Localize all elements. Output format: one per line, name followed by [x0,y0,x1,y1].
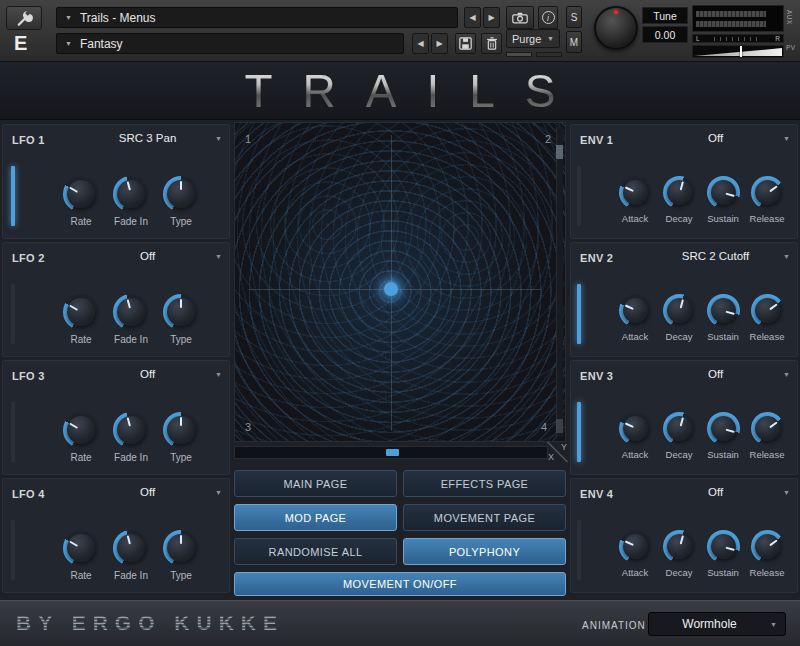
knob-cap [755,534,780,559]
knob-cap [167,298,195,326]
mod-level-indicator [11,520,15,580]
purge-dropdown[interactable]: Purge ▼ [506,29,560,48]
fade-in-knob[interactable]: Fade In [108,530,154,581]
fade-in-knob[interactable]: Fade In [108,412,154,463]
decay-dial [663,412,696,445]
release-knob[interactable]: Release [746,412,788,460]
type-knob[interactable]: Type [158,412,204,463]
pan-right-label: R [775,35,780,42]
knob-label: Sustain [707,449,739,460]
mod-target-dropdown[interactable]: Off▼ [80,250,222,262]
pv-label[interactable]: PV [786,44,796,51]
decay-dial [663,176,696,209]
wrench-icon[interactable] [6,6,42,30]
xy-cursor-dot[interactable] [384,282,398,296]
mod-level-indicator [577,284,581,344]
mod-target-value: Off [648,368,783,380]
next-instrument-button[interactable]: ▶ [483,7,500,28]
mod-target-value: Off [80,250,215,262]
knob-row: RateFade InType [58,176,204,227]
mod-target-dropdown[interactable]: Off▼ [648,368,790,380]
knob-cap [117,180,145,208]
movement-page-button[interactable]: MOVEMENT PAGE [403,504,566,531]
animation-value: Wormhole [649,617,770,631]
knob-cap [623,416,648,441]
pan-slider[interactable]: L R [692,34,784,43]
sustain-knob[interactable]: Sustain [702,294,744,342]
type-dial [163,530,199,566]
type-knob[interactable]: Type [158,530,204,581]
polyphony-button[interactable]: POLYPHONY [403,538,566,565]
y-slider-handle[interactable] [556,145,563,159]
mod-target-dropdown[interactable]: Off▼ [80,486,222,498]
fade-in-dial [113,294,149,330]
tune-knob[interactable] [594,6,638,50]
save-snapshot-button[interactable] [455,33,476,54]
knob-label: Release [750,213,785,224]
mod-page-button[interactable]: MOD PAGE [234,504,397,531]
fade-in-dial [113,530,149,566]
aux-label[interactable]: AUX [786,10,793,25]
next-preset-button[interactable]: ▶ [431,33,448,54]
y-axis-slider[interactable] [556,127,563,437]
attack-knob[interactable]: Attack [614,176,656,224]
rate-knob[interactable]: Rate [58,412,104,463]
chevron-down-icon: ▼ [65,14,72,21]
prev-instrument-button[interactable]: ◀ [464,7,481,28]
main-page-button[interactable]: MAIN PAGE [234,470,397,497]
env-3-panel: ENV 3Off▼AttackDecaySustainRelease [570,360,798,475]
mod-target-dropdown[interactable]: SRC 3 Pan▼ [80,132,222,144]
knob-pointer [167,298,195,326]
rate-dial [63,294,99,330]
fade-in-knob[interactable]: Fade In [108,176,154,227]
decay-knob[interactable]: Decay [658,176,700,224]
sustain-knob[interactable]: Sustain [702,412,744,460]
release-knob[interactable]: Release [746,294,788,342]
rate-knob[interactable]: Rate [58,176,104,227]
prev-preset-button[interactable]: ◀ [412,33,429,54]
attack-knob[interactable]: Attack [614,530,656,578]
knob-label: Rate [70,452,91,463]
knob-row: AttackDecaySustainRelease [614,530,788,578]
decay-knob[interactable]: Decay [658,412,700,460]
attack-knob[interactable]: Attack [614,294,656,342]
solo-button[interactable]: S [566,6,582,28]
mod-level-indicator [11,166,15,226]
fade-in-knob[interactable]: Fade In [108,294,154,345]
x-axis-slider[interactable] [234,446,548,459]
mute-button[interactable]: M [566,31,582,53]
tune-value[interactable]: 0.00 [642,26,688,43]
chevron-down-icon: ▼ [215,253,222,260]
type-knob[interactable]: Type [158,176,204,227]
attack-knob[interactable]: Attack [614,412,656,460]
mod-target-dropdown[interactable]: Off▼ [648,132,790,144]
type-knob[interactable]: Type [158,294,204,345]
randomise-all-button[interactable]: RANDOMISE ALL [234,538,397,565]
x-slider-handle[interactable] [386,449,399,456]
info-button[interactable]: i [538,6,558,29]
mod-target-dropdown[interactable]: Off▼ [80,368,222,380]
mod-target-dropdown[interactable]: Off▼ [648,486,790,498]
volume-handle[interactable] [740,46,742,57]
effects-page-button[interactable]: EFFECTS PAGE [403,470,566,497]
animation-dropdown[interactable]: Wormhole ▼ [648,612,786,636]
instrument-menu-dropdown[interactable]: ▼ Trails - Menus [56,7,458,28]
release-knob[interactable]: Release [746,530,788,578]
volume-slider[interactable] [692,45,784,58]
delete-snapshot-button[interactable] [481,33,502,54]
xy-pad[interactable]: 1 2 3 4 [234,122,566,442]
decay-knob[interactable]: Decay [658,530,700,578]
mod-target-dropdown[interactable]: SRC 2 Cutoff▼ [648,250,790,262]
sustain-knob[interactable]: Sustain [702,176,744,224]
sustain-knob[interactable]: Sustain [702,530,744,578]
release-knob[interactable]: Release [746,176,788,224]
x-axis-label: X [548,452,554,462]
decay-knob[interactable]: Decay [658,294,700,342]
preset-menu-dropdown[interactable]: ▼ Fantasy [56,33,404,54]
rate-knob[interactable]: Rate [58,294,104,345]
snapshot-camera-button[interactable] [506,6,534,29]
rate-knob[interactable]: Rate [58,530,104,581]
movement-on-off-button[interactable]: MOVEMENT ON/OFF [234,572,566,596]
knob-row: AttackDecaySustainRelease [614,176,788,224]
lfo-3-panel: LFO 3Off▼RateFade InType [2,360,230,475]
